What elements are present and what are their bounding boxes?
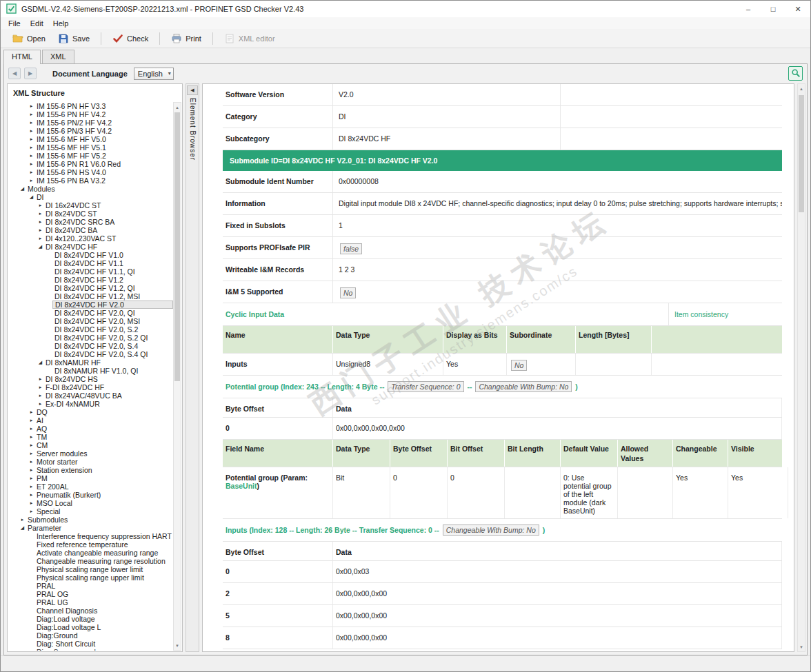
scroll-down-icon[interactable]: ▼ [174, 641, 181, 650]
tree-item[interactable]: Interference frequency suppression HART [9, 532, 173, 540]
tree-item[interactable]: ▸IM 155-6 PN BA V3.2 [9, 176, 173, 185]
expand-arrow-icon[interactable]: ▸ [37, 201, 43, 210]
expand-arrow-icon[interactable]: ▸ [37, 375, 43, 383]
scroll-down-icon[interactable]: ▼ [798, 642, 805, 651]
tree-item[interactable]: ▸MSO Local [9, 499, 173, 507]
tree-item[interactable]: Fixed reference temperature [9, 540, 173, 549]
tree-item[interactable]: ▸Motor starter [9, 458, 173, 466]
tree-item[interactable]: ◢DI [9, 193, 173, 201]
expand-arrow-icon[interactable]: ▸ [28, 119, 34, 127]
expand-arrow-icon[interactable]: ▸ [28, 135, 34, 143]
tree-scrollbar-thumb[interactable] [174, 112, 180, 381]
expand-arrow-icon[interactable]: ▸ [28, 143, 34, 152]
collapse-arrow-icon[interactable]: ◢ [19, 185, 26, 193]
element-browser-expand-button[interactable]: ◀ [187, 85, 198, 95]
expand-arrow-icon[interactable]: ▸ [28, 433, 34, 441]
tree-item[interactable]: Diag: Short Circuit [9, 640, 173, 648]
tree-item[interactable]: Channel Diagnosis [9, 607, 173, 615]
tree-item[interactable]: PRAL [9, 582, 173, 590]
tree-item[interactable]: DI 8x24VDC HF V2.0, MSI [9, 317, 173, 325]
tree-item[interactable]: ▸DI 4x120..230VAC ST [9, 234, 173, 243]
scroll-up-icon[interactable]: ▲ [798, 84, 805, 93]
tree-item[interactable]: ▸Pneumatik (Burkert) [9, 491, 173, 499]
expand-arrow-icon[interactable]: ▸ [28, 176, 34, 185]
tree-item[interactable]: Diag:Load voltage L [9, 623, 173, 631]
tree-item[interactable]: Physical scaling range upper limit [9, 573, 173, 582]
tree-item[interactable]: DI 8x24VDC HF V1.2 [9, 276, 173, 284]
tree-item[interactable]: DI 8x24VDC HF V1.2, MSI [9, 292, 173, 301]
expand-arrow-icon[interactable]: ▸ [37, 234, 43, 243]
tree-item[interactable]: ◢DI 8xNAMUR HF [9, 358, 173, 367]
tree-item[interactable]: DI 8x24VDC HF V2.0, QI [9, 309, 173, 317]
collapse-arrow-icon[interactable]: ◢ [37, 358, 43, 367]
tree-item[interactable]: DI 8x24VDC HF V2.0, S.4 [9, 342, 173, 350]
expand-arrow-icon[interactable]: ▸ [28, 507, 34, 516]
save-button[interactable]: Save [52, 31, 96, 46]
tree-item[interactable]: ▸DI 8x24VDC SRC BA [9, 218, 173, 226]
expand-arrow-icon[interactable]: ▸ [19, 516, 26, 524]
expand-arrow-icon[interactable]: ▸ [37, 210, 43, 218]
tree-item[interactable]: ▸Submodules [9, 516, 173, 524]
tree-item[interactable]: ▸F-DI 8x24VDC HF [9, 383, 173, 391]
tree-item[interactable]: ▸IM 155-6 MF HF V5.2 [9, 152, 173, 160]
tree-item[interactable]: ▸DI 16x24VDC ST [9, 201, 173, 210]
expand-arrow-icon[interactable]: ▸ [28, 160, 34, 168]
tree-item[interactable]: ▸AI [9, 416, 173, 425]
search-button[interactable] [788, 66, 803, 81]
tree-item[interactable]: ◢DI 8x24VDC HF [9, 243, 173, 251]
tree-item[interactable]: ▸Ex-DI 4xNAMUR [9, 400, 173, 408]
tree-item[interactable]: ▸DQ [9, 408, 173, 416]
tree-item[interactable]: DI 8x24VDC HF V1.0 [9, 251, 173, 259]
tab-xml[interactable]: XML [42, 50, 74, 63]
tree-item[interactable]: DI 8x24VDC HF V2.0, S.2 [9, 325, 173, 334]
expand-arrow-icon[interactable]: ▸ [28, 466, 34, 474]
parameter-link[interactable]: BaseUnit [226, 482, 257, 490]
expand-arrow-icon[interactable]: ▸ [28, 499, 34, 507]
tree-item[interactable]: ▸IM 155-6 PN R1 V6.0 Red [9, 160, 173, 168]
tree-item[interactable]: ▸IM 155-6 MF HF V5.1 [9, 143, 173, 152]
expand-arrow-icon[interactable]: ▸ [28, 168, 34, 176]
tree-item[interactable]: Diag:Ground [9, 631, 173, 640]
tree-item[interactable]: ▸ET 200AL [9, 482, 173, 491]
expand-arrow-icon[interactable]: ▸ [28, 425, 34, 433]
tree-item[interactable]: ▸AQ [9, 425, 173, 433]
tree-item[interactable]: ▸Station extension [9, 466, 173, 474]
tree-item[interactable]: DI 8x24VDC HF V1.2, QI [9, 284, 173, 292]
expand-arrow-icon[interactable]: ▸ [28, 127, 34, 135]
collapse-arrow-icon[interactable]: ◢ [19, 524, 26, 532]
expand-arrow-icon[interactable]: ▸ [37, 226, 43, 234]
check-button[interactable]: Check [106, 31, 154, 46]
expand-arrow-icon[interactable]: ▸ [28, 416, 34, 425]
tree-item[interactable]: Changeable measuring range resolution [9, 557, 173, 565]
tree-item[interactable]: DI 8x24VDC HF V2.0, S.2 QI [9, 334, 173, 342]
tree-item[interactable]: ▸DI 8x24VDC BA [9, 226, 173, 234]
expand-arrow-icon[interactable]: ▸ [28, 458, 34, 466]
tree-item[interactable]: Diag:Load voltage [9, 615, 173, 623]
tree-item[interactable]: ▸IM 155-6 PN/2 HF V4.2 [9, 119, 173, 127]
expand-arrow-icon[interactable]: ▸ [28, 408, 34, 416]
tree-item[interactable]: Diag:Sensor supply [9, 648, 173, 651]
print-button[interactable]: Print [165, 31, 208, 46]
expand-arrow-icon[interactable]: ▸ [37, 400, 43, 408]
tree-item[interactable]: Activate changeable measuring range [9, 549, 173, 557]
tree-item[interactable]: DI 8x24VDC HF V1.1 [9, 259, 173, 267]
tree-item[interactable]: ◢Modules [9, 185, 173, 193]
tree-item[interactable]: DI 8x24VDC HF V2.0 [9, 301, 173, 309]
tree-item[interactable]: ▸PM [9, 474, 173, 482]
minimize-button[interactable]: – [736, 1, 761, 17]
menu-file[interactable]: File [3, 19, 26, 28]
menu-help[interactable]: Help [48, 19, 74, 28]
expand-arrow-icon[interactable]: ▸ [28, 110, 34, 119]
tree-item[interactable]: ▸TM [9, 433, 173, 441]
maximize-button[interactable]: □ [761, 1, 785, 17]
collapse-arrow-icon[interactable]: ◢ [37, 243, 43, 251]
tree-item[interactable]: Physical scaling range lower limit [9, 565, 173, 573]
tree-scrollbar[interactable]: ▲ ▼ [173, 102, 181, 651]
expand-arrow-icon[interactable]: ▸ [28, 152, 34, 160]
tree-item[interactable]: ▸CM [9, 441, 173, 449]
tree-item[interactable]: ▸Server modules [9, 449, 173, 458]
scroll-up-icon[interactable]: ▲ [174, 103, 181, 112]
expand-arrow-icon[interactable]: ▸ [37, 218, 43, 226]
expand-arrow-icon[interactable]: ▸ [28, 474, 34, 482]
tree-item[interactable]: ▸DI 8x24VDC HS [9, 375, 173, 383]
